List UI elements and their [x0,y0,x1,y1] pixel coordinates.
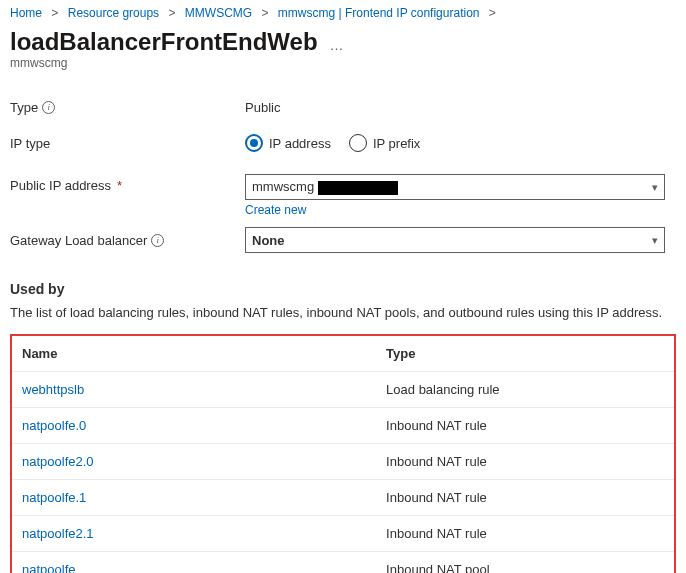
rule-link[interactable]: natpoolfe2.1 [22,526,94,541]
used-by-heading: Used by [10,281,676,297]
row-gateway-lb: Gateway Load balancer i None ▾ [10,227,676,253]
radio-ip-prefix[interactable]: IP prefix [349,134,420,152]
label-gateway-lb: Gateway Load balancer [10,233,147,248]
radio-ip-address-label: IP address [269,136,331,151]
table-header-row: Name Type [12,336,674,372]
rule-type: Inbound NAT pool [376,552,674,574]
row-type: Type i Public [10,94,676,120]
title-row: loadBalancerFrontEndWeb … [10,28,676,56]
col-header-type[interactable]: Type [376,336,674,372]
public-ip-value: mmwscmg [252,179,314,194]
used-by-description: The list of load balancing rules, inboun… [10,305,676,320]
table-row: natpoolfe2.0Inbound NAT rule [12,444,674,480]
info-icon[interactable]: i [151,234,164,247]
info-icon[interactable]: i [42,101,55,114]
rule-link[interactable]: natpoolfe.1 [22,490,86,505]
breadcrumb: Home > Resource groups > MMWSCMG > mmwsc… [10,6,676,20]
label-public-ip: Public IP address [10,178,111,193]
public-ip-select[interactable]: mmwscmg ▾ [245,174,665,200]
redacted-text [318,181,398,195]
table-row: webhttpslbLoad balancing rule [12,372,674,408]
radio-ip-prefix-label: IP prefix [373,136,420,151]
row-ip-type: IP type IP address IP prefix [10,130,676,156]
table-row: natpoolfeInbound NAT pool [12,552,674,574]
table-row: natpoolfe2.1Inbound NAT rule [12,516,674,552]
label-ip-type: IP type [10,136,50,151]
table-row: natpoolfe.1Inbound NAT rule [12,480,674,516]
rule-type: Load balancing rule [376,372,674,408]
gateway-lb-value: None [252,233,285,248]
col-header-name[interactable]: Name [12,336,376,372]
rule-type: Inbound NAT rule [376,444,674,480]
required-asterisk: * [117,178,122,193]
rule-type: Inbound NAT rule [376,516,674,552]
create-new-link[interactable]: Create new [245,203,306,217]
value-type: Public [245,100,676,115]
rule-link[interactable]: webhttpslb [22,382,84,397]
breadcrumb-resource-groups[interactable]: Resource groups [68,6,159,20]
chevron-down-icon: ▾ [652,181,658,194]
used-by-table-highlight: Name Type webhttpslbLoad balancing rulen… [10,334,676,573]
more-actions-button[interactable]: … [330,31,345,53]
table-row: natpoolfe.0Inbound NAT rule [12,408,674,444]
radio-ip-address[interactable]: IP address [245,134,331,152]
radio-unchecked-icon [349,134,367,152]
chevron-down-icon: ▾ [652,234,658,247]
rule-type: Inbound NAT rule [376,480,674,516]
rule-link[interactable]: natpoolfe2.0 [22,454,94,469]
used-by-table: Name Type webhttpslbLoad balancing rulen… [12,336,674,573]
radio-checked-icon [245,134,263,152]
chevron-right-icon: > [261,6,268,20]
chevron-right-icon: > [489,6,496,20]
breadcrumb-frontend-ip[interactable]: mmwscmg | Frontend IP configuration [278,6,480,20]
row-public-ip: Public IP address * mmwscmg ▾ Create new [10,174,676,217]
label-type: Type [10,100,38,115]
page-title: loadBalancerFrontEndWeb [10,28,318,56]
chevron-right-icon: > [168,6,175,20]
breadcrumb-mmwscmg-upper[interactable]: MMWSCMG [185,6,252,20]
rule-link[interactable]: natpoolfe.0 [22,418,86,433]
gateway-lb-select[interactable]: None ▾ [245,227,665,253]
ip-type-radio-group: IP address IP prefix [245,134,676,152]
rule-type: Inbound NAT rule [376,408,674,444]
chevron-right-icon: > [51,6,58,20]
rule-link[interactable]: natpoolfe [22,562,76,573]
page-subtitle: mmwscmg [10,56,676,70]
breadcrumb-home[interactable]: Home [10,6,42,20]
